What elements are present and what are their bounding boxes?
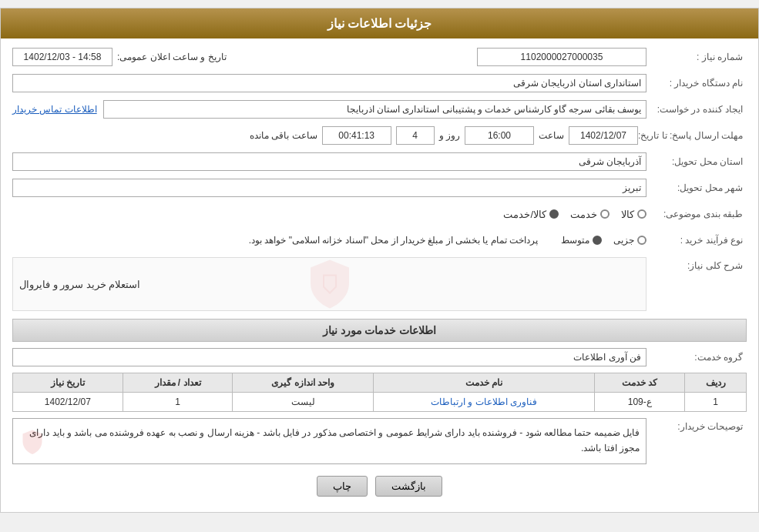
tabaghe-label: طبقه بندی موضوعی: (646, 209, 747, 219)
noe-farayand-label: نوع فرآیند خرید : (646, 235, 747, 246)
print-button[interactable]: چاپ (317, 476, 368, 497)
mohlat-date: 1402/12/07 (569, 126, 638, 145)
radio-jozei-circle (637, 236, 646, 245)
purchase-type-group: جزیی متوسط پرداخت تمام یا بخشی از مبلغ خ… (249, 235, 646, 246)
radio-khedmat-label: خدمت (570, 209, 597, 220)
radio-kala-label: کالا (621, 209, 634, 220)
roz-label: روز و (439, 130, 460, 141)
ostan-label: استان محل تحویل: (646, 156, 747, 167)
remaining-label: ساعت باقی مانده (250, 130, 317, 141)
sharh-koli-box: استعلام خرید سرور و فایروال (12, 257, 646, 311)
toseih-label: توصیحات خریدار: (646, 418, 747, 432)
purchase-note: پرداخت تمام یا بخشی از مبلغ خریدار از مح… (249, 235, 538, 246)
shahr-value: تبریز (12, 179, 646, 197)
nam-dastgah-label: نام دستگاه خریدار : (646, 78, 747, 89)
services-table: ردیف کد خدمت نام خدمت واحد اندازه گیری ت… (12, 373, 747, 412)
radio-kala-circle (637, 209, 646, 219)
contact-info-link[interactable]: اطلاعات تماس خریدار (12, 104, 97, 115)
page-title: جزئیات اطلاعات نیاز (327, 17, 432, 30)
nam-dastgah-value: استانداری استان اذربایجان شرقی (12, 74, 646, 92)
toseih-box: فایل ضمیمه حتما مطالعه شود - فروشنده بای… (12, 418, 646, 464)
col-qty: تعداد / مقدار (123, 373, 233, 393)
sharh-koli-label: شرح کلی نیاز: (646, 257, 747, 271)
radio-jozei-label: جزیی (613, 235, 634, 246)
mohlat-label: مهلت ارسال پاسخ: تا تاریخ: (638, 130, 747, 141)
col-unit: واحد اندازه گیری (233, 373, 374, 393)
shahr-label: شهر محل تحویل: (646, 182, 747, 193)
col-code: کد خدمت (595, 373, 685, 393)
toseih-value: فایل ضمیمه حتما مطالعه شود - فروشنده بای… (29, 427, 640, 453)
grohe-khedmat-label: گروه خدمت: (646, 352, 747, 363)
radio-motavasset[interactable]: متوسط (561, 235, 602, 246)
tabaghe-radio-group: کالا خدمت کالا/خدمت (503, 209, 646, 220)
radio-khedmat[interactable]: خدمت (570, 209, 610, 220)
page-header: جزئیات اطلاعات نیاز (1, 8, 758, 38)
ejaad-konande-value: یوسف بقائی سرجه گاو کارشناس خدمات و پشتی… (103, 100, 646, 119)
back-button[interactable]: بازگشت (375, 476, 442, 497)
tarikh-label: تاریخ و ساعت اعلان عمومی: (117, 52, 227, 62)
ejaad-konande-label: ایجاد کننده در خواست: (646, 104, 747, 115)
remaining-value: 00:41:13 (322, 126, 391, 145)
shomare-niaz-label: شماره نیاز : (646, 52, 747, 62)
table-row: 1ع-109فناوری اطلاعات و ارتباطاتلیست11402… (13, 393, 747, 412)
shomare-niaz-value: 1102000027000035 (477, 48, 646, 66)
radio-motavasset-label: متوسط (561, 235, 589, 246)
mohlat-time: 16:00 (465, 126, 534, 145)
col-date: تاریخ نیاز (13, 373, 123, 393)
radio-kala[interactable]: کالا (621, 209, 646, 220)
radio-motavasset-circle (593, 236, 602, 245)
radio-khedmat-circle (600, 209, 610, 219)
services-section-title: اطلاعات خدمات مورد نیاز (12, 319, 747, 342)
ostan-value: آذربایجان شرقی (12, 152, 646, 171)
sharh-koli-value: استعلام خرید سرور و فایروال (19, 279, 140, 290)
radio-kala-khedmat[interactable]: کالا/خدمت (503, 209, 559, 220)
buttons-row: بازگشت چاپ (12, 476, 747, 497)
grohe-khedmat-value: فن آوری اطلاعات (12, 348, 646, 366)
col-radif: ردیف (685, 373, 747, 393)
radio-kala-khedmat-label: کالا/خدمت (503, 209, 546, 220)
radio-kala-khedmat-circle (549, 209, 559, 219)
radio-jozei[interactable]: جزیی (613, 235, 646, 246)
roz-value: 4 (396, 126, 435, 145)
col-name: نام خدمت (374, 373, 595, 393)
tarikh-value: 1402/12/03 - 14:58 (12, 48, 113, 66)
time-label: ساعت (539, 130, 564, 141)
watermark (307, 256, 353, 313)
notes-watermark (21, 428, 44, 460)
